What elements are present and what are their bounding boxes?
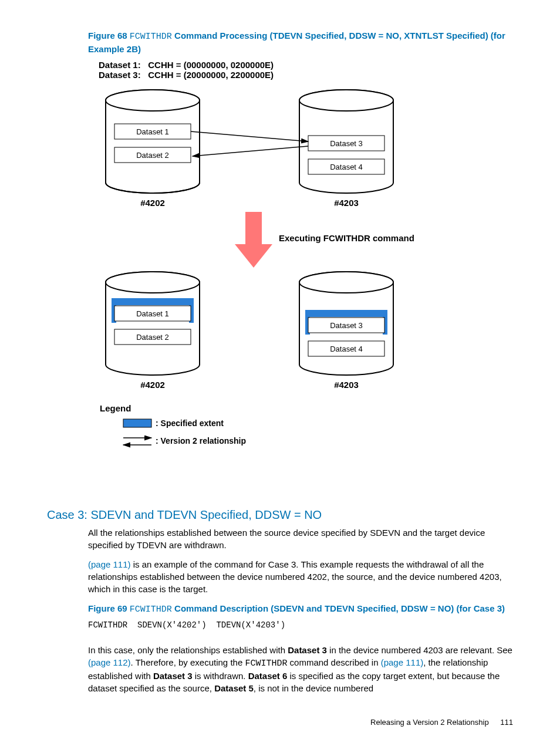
label-ds3-bot: Dataset 3 — [330, 321, 363, 330]
exec-label: Executing FCWITHDR command — [279, 233, 414, 243]
figure-69-label: Figure 69 — [88, 603, 127, 613]
cylinder-bottom-right: Dataset 3 Dataset 4 #4203 — [299, 272, 393, 390]
figure-68-diagram: Dataset 1: CCHH = (00000000, 0200000E) D… — [94, 60, 513, 497]
legend-title: Legend — [100, 403, 131, 413]
cchh-d3-val: CCHH = (20000000, 2200000E) — [148, 70, 274, 80]
svg-point-8 — [106, 90, 200, 111]
figure-68-caption: Figure 68 FCWITHDR Command Processing (T… — [88, 29, 513, 55]
figure-69-rest: Command Description (SDEVN and TDEVN Spe… — [172, 603, 505, 613]
figure-69-command: FCWITHDR SDEVN(X'4202') TDEVN(X'4203') — [88, 620, 513, 630]
svg-marker-21 — [235, 244, 272, 268]
label-4202-bot: #4202 — [140, 380, 165, 390]
p3-ds6: Dataset 6 — [248, 671, 288, 681]
svg-point-26 — [106, 272, 200, 293]
p3-d: . Therefore, by executing the — [131, 657, 245, 667]
link-page-111[interactable]: (page 111) — [88, 559, 131, 569]
arrow-down-icon — [235, 212, 272, 268]
case-3-p1: All the relationships established betwee… — [88, 526, 513, 551]
p3: In this case, only the relationships est… — [88, 644, 513, 694]
legend-spec: : Specified extent — [156, 418, 224, 428]
svg-line-19 — [193, 146, 308, 156]
link-page-112[interactable]: (page 112) — [88, 657, 131, 667]
label-4203-top: #4203 — [334, 198, 359, 208]
label-ds2-bot: Dataset 2 — [136, 333, 169, 342]
p3-e: command described in — [287, 657, 380, 667]
label-4202-top: #4202 — [140, 198, 165, 208]
case-3-heading: Case 3: SDEVN and TDEVN Specified, DDSW … — [47, 508, 513, 522]
legend-v2: : Version 2 relationship — [156, 436, 246, 445]
label-ds1-bot: Dataset 1 — [136, 309, 169, 318]
p3-ds3: Dataset 3 — [288, 645, 327, 655]
cchh-d1-label: Dataset 1: — [99, 60, 141, 70]
svg-rect-27 — [112, 298, 194, 305]
cchh-d1-val: CCHH = (00000000, 0200000E) — [148, 60, 274, 70]
label-ds2-top: Dataset 2 — [136, 151, 169, 160]
page-footer: Releasing a Version 2 Relationship 111 — [47, 718, 513, 727]
svg-point-36 — [299, 272, 393, 293]
figure-68-code: FCWITHDR — [130, 32, 172, 42]
p3-g: is withdrawn. — [193, 671, 248, 681]
figure-68-label: Figure 68 — [88, 31, 127, 40]
case-3-p2: (page 111) is an example of the command … — [88, 558, 513, 595]
cylinder-bottom-left: Dataset 1 Dataset 2 #4202 — [106, 272, 200, 390]
label-ds4-top: Dataset 4 — [330, 163, 363, 171]
cchh-line-1: Dataset 1: CCHH = (00000000, 0200000E) — [99, 60, 513, 70]
cylinder-top-right: Dataset 3 Dataset 4 #4203 — [299, 90, 393, 208]
p3-i: , is not in the device numbered — [254, 683, 373, 693]
footer-text: Releasing a Version 2 Relationship — [370, 718, 489, 727]
label-ds3-top: Dataset 3 — [330, 139, 363, 148]
figure-69-caption: Figure 69 FCWITHDR Command Description (… — [88, 602, 513, 616]
cchh-d3-label: Dataset 3: — [99, 70, 141, 80]
p3-code: FCWITHDR — [245, 659, 287, 669]
case-3-p2-rest: is an example of the command for Case 3.… — [88, 559, 502, 594]
label-4203-bot: #4203 — [334, 380, 359, 390]
svg-rect-20 — [245, 212, 262, 244]
svg-point-15 — [299, 90, 393, 111]
p3-ds5: Dataset 5 — [214, 683, 254, 693]
legend: Legend : Specified extent : Version 2 re… — [100, 403, 246, 445]
cylinder-top-left: Dataset 1 Dataset 2 #4202 — [106, 90, 200, 208]
label-ds1-top: Dataset 1 — [136, 127, 169, 136]
figure-69-code: FCWITHDR — [130, 605, 172, 615]
diagram-svg: Dataset 1 Dataset 2 #4202 Dataset 3 Data… — [94, 80, 446, 497]
svg-line-18 — [191, 131, 308, 141]
p3-c: in the device numbered 4203 are relevant… — [327, 645, 512, 655]
p3-a: In this case, only the relationships est… — [88, 645, 288, 655]
p3-ds3b: Dataset 3 — [153, 671, 193, 681]
link-page-111b[interactable]: (page 111) — [381, 657, 424, 667]
cchh-line-3: Dataset 3: CCHH = (20000000, 2200000E) — [99, 70, 513, 80]
page-number: 111 — [500, 718, 513, 727]
svg-rect-23 — [106, 282, 200, 364]
svg-rect-37 — [305, 310, 387, 317]
label-ds4-bot: Dataset 4 — [330, 345, 363, 353]
svg-rect-5 — [106, 100, 200, 183]
svg-rect-42 — [123, 419, 151, 427]
